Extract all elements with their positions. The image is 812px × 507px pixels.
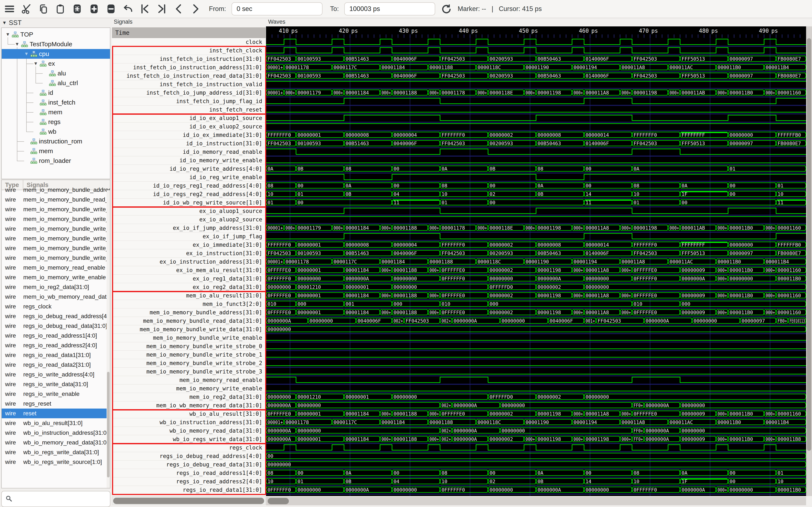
tree-item-inst_fetch[interactable]: inst_fetch: [2, 98, 110, 107]
signal-label-inst_fetch_io_instruction_address[31:0][interactable]: inst_fetch_io_instruction_address[31:0]: [112, 63, 266, 72]
tree-expander-icon[interactable]: ▼: [24, 51, 29, 57]
signal-label-id_io_ex_aluop2_source[interactable]: id_io_ex_aluop2_source: [112, 122, 266, 131]
wave-row-mem_io_memory_bundle_write_enable[interactable]: [266, 340, 806, 342]
wave-row-id_io_instruction[31:0][interactable]: FF0425030010059300B514630040006FFF042503…: [266, 140, 806, 148]
wave-row-ex_io_immediate[31:0][interactable]: FFFFFFF0000000010000000800000004FFFFFFF0…: [266, 242, 806, 249]
wire-row-regs_io_read_data2[31:0][interactable]: wire regs_io_read_data2[31:0]: [2, 360, 110, 370]
tree-item-regs[interactable]: regs: [2, 117, 110, 127]
wave-row-ex_io_reg2_data[31:0][interactable]: 000000000000121000000001000000000FFFFFD0…: [266, 284, 806, 291]
wire-row-wb_io_instruction_address[31:0][interactable]: wire wb_io_instruction_address[31:0]: [2, 428, 110, 438]
wire-list-scrollbar[interactable]: [107, 190, 110, 488]
wire-row-mem_io_memory_read_enable[interactable]: wire mem_io_memory_read_enable: [2, 263, 110, 273]
signal-label-inst_fetch_io_jump_address_id[31:0][interactable]: inst_fetch_io_jump_address_id[31:0]: [112, 89, 266, 97]
waves-vscrollbar-thumb[interactable]: [807, 38, 811, 451]
cut-icon[interactable]: [21, 3, 32, 14]
wave-row-inst_fetch_reset[interactable]: [266, 112, 806, 114]
wire-row-mem_io_memory_bundle_write_strobe_0[interactable]: wire mem_io_memory_bundle_write_strobe_0: [2, 224, 110, 234]
tree-item-alu[interactable]: alu: [2, 68, 110, 78]
signal-label-id_io_ex_immediate[31:0][interactable]: id_io_ex_immediate[31:0]: [112, 131, 266, 139]
time-header[interactable]: Time: [112, 27, 266, 38]
signal-label-ex_io_mem_alu_result[31:0][interactable]: ex_io_mem_alu_result[31:0]: [112, 266, 266, 275]
tree-item-TOP[interactable]: ▼ TOP: [2, 30, 110, 39]
sst-header[interactable]: ▼ SST: [0, 18, 112, 27]
signal-label-mem_io_funct3[2:0][interactable]: mem_io_funct3[2:0]: [112, 300, 266, 308]
signal-label-regs_io_read_address1[4:0][interactable]: regs_io_read_address1[4:0]: [112, 469, 266, 477]
wave-row-mem_io_alu_result[31:0][interactable]: 0FFFFFE00000000100001184000+00001188000+…: [266, 293, 806, 300]
wave-row-ex_io_instruction[31:0][interactable]: FF0425030010059300B514630040006FFF042503…: [266, 250, 806, 258]
signal-label-mem_io_memory_write_enable[interactable]: mem_io_memory_write_enable: [112, 385, 266, 393]
signal-label-regs_io_read_address2[4:0][interactable]: regs_io_read_address2[4:0]: [112, 477, 266, 486]
wire-row-wb_io_regs_write_data[31:0][interactable]: wire wb_io_regs_write_data[31:0]: [2, 447, 110, 457]
tree-item-cpu[interactable]: ▼ cpu: [2, 49, 110, 59]
undo-icon[interactable]: [122, 3, 134, 14]
wire-row-wb_io_regs_write_source[1:0][interactable]: wire wb_io_regs_write_source[1:0]: [2, 457, 110, 467]
reload-icon[interactable]: [441, 3, 452, 14]
wave-row-regs_io_debug_read_address[4:0][interactable]: 00: [266, 453, 806, 460]
signal-label-inst_fetch_reset[interactable]: inst_fetch_reset: [112, 106, 266, 114]
signal-label-regs_io_debug_read_address[4:0][interactable]: regs_io_debug_read_address[4:0]: [112, 452, 266, 460]
signal-label-id_io_wb_reg_write_source[1:0][interactable]: id_io_wb_reg_write_source[1:0]: [112, 199, 266, 207]
signal-label-inst_fetch_io_jump_flag_id[interactable]: inst_fetch_io_jump_flag_id: [112, 97, 266, 106]
tree-item-rom_loader[interactable]: rom_loader: [2, 156, 110, 166]
wire-row-regs_io_write_enable[interactable]: wire regs_io_write_enable: [2, 389, 110, 399]
tree-expander-icon[interactable]: ▼: [5, 32, 11, 37]
wave-row-inst_fetch_io_instruction_address[31:0][interactable]: 00001+000011780000117C000011840000118800…: [266, 64, 806, 72]
waves-hscrollbar-thumb[interactable]: [268, 498, 289, 504]
wave-row-wb_io_regs_write_data[31:0][interactable]: 0000000A0000000100001184000+00001188000+…: [266, 436, 806, 444]
wave-row-mem_io_memory_bundle_write_strobe_1[interactable]: [266, 357, 806, 359]
wave-row-mem_io_memory_write_enable[interactable]: [266, 391, 806, 393]
wave-row-inst_fetch_io_jump_address_id[31:0][interactable]: 00001+000+00001179000+00001184000+000011…: [266, 90, 806, 97]
menu-icon[interactable]: [4, 3, 15, 14]
tree-item-id[interactable]: id: [2, 88, 110, 98]
signal-label-wb_io_alu_result[31:0][interactable]: wb_io_alu_result[31:0]: [112, 410, 266, 418]
wave-row-regs_io_read_data1[31:0][interactable]: 0FFFFFF0000000000000000A000000000FFFFFF0…: [266, 487, 806, 494]
wave-row-mem_io_memory_bundle_write_strobe_3[interactable]: [266, 374, 806, 376]
signal-label-mem_io_memory_bundle_write_strobe_1[interactable]: mem_io_memory_bundle_write_strobe_1: [112, 351, 266, 359]
tree-item-ex[interactable]: ▼ ex: [2, 59, 110, 68]
signal-label-ex_io_if_jump_address[31:0][interactable]: ex_io_if_jump_address[31:0]: [112, 224, 266, 232]
wave-row-wb_io_instruction_address[31:0][interactable]: 00001+000011780000117C000011840000118800…: [266, 419, 806, 427]
signal-label-inst_fetch_io_instruction_read_data[31:0][interactable]: inst_fetch_io_instruction_read_data[31:0…: [112, 72, 266, 80]
signal-label-id_io_regs_reg2_read_address[4:0][interactable]: id_io_regs_reg2_read_address[4:0]: [112, 190, 266, 199]
wire-row-mem_io_memory_bundle_write_strobe_1[interactable]: wire mem_io_memory_bundle_write_strobe_1: [2, 234, 110, 243]
wave-row-inst_fetch_clock[interactable]: [266, 48, 806, 55]
signal-label-mem_io_memory_bundle_write_data[31:0][interactable]: mem_io_memory_bundle_write_data[31:0]: [112, 325, 266, 334]
signal-label-inst_fetch_io_instruction[31:0][interactable]: inst_fetch_io_instruction[31:0]: [112, 55, 266, 63]
signal-label-regs_clock[interactable]: regs_clock: [112, 444, 266, 452]
wire-row-regs_reset[interactable]: wire regs_reset: [2, 399, 110, 408]
wave-row-regs_io_read_address2[4:0][interactable]: 10010B0410020B14101F0010: [266, 478, 806, 486]
wave-row-mem_io_memory_bundle_write_strobe_2[interactable]: [266, 366, 806, 368]
wave-row-clock[interactable]: [266, 39, 806, 47]
wire-row-regs_io_read_address2[4:0][interactable]: wire regs_io_read_address2[4:0]: [2, 341, 110, 350]
tree-item-mem[interactable]: mem: [2, 107, 110, 117]
wave-row-ex_io_mem_alu_result[31:0][interactable]: 0FFFFFE00000000100001184000+00001188000+…: [266, 267, 806, 275]
signal-label-mem_io_memory_bundle_write_strobe_2[interactable]: mem_io_memory_bundle_write_strobe_2: [112, 359, 266, 368]
wave-row-id_io_memory_read_enable[interactable]: [266, 149, 806, 156]
wave-row-inst_fetch_io_instruction_read_data[31:0][interactable]: FF0425030010059300B514630040006FFF042503…: [266, 73, 806, 80]
signal-label-regs_io_read_data1[31:0][interactable]: regs_io_read_data1[31:0]: [112, 486, 266, 494]
skip-start-icon[interactable]: [139, 3, 151, 14]
wire-row-regs_clock[interactable]: wire regs_clock: [2, 302, 110, 312]
wave-row-id_io_regs_reg1_read_address[4:0][interactable]: 08000A0008000A00080A0001: [266, 183, 806, 190]
wave-row-ex_io_if_jump_address[31:0][interactable]: 00001+000+00001179000+00001184000+000011…: [266, 225, 806, 232]
wire-row-regs_io_debug_read_address[4:0][interactable]: wire regs_io_debug_read_address[4:0]: [2, 312, 110, 321]
wave-row-ex_io_instruction_address[31:0][interactable]: 00001+000011780000117C000011840000118800…: [266, 259, 806, 266]
signal-label-ex_io_aluop2_source[interactable]: ex_io_aluop2_source: [112, 216, 266, 224]
tree-item-mem[interactable]: mem: [2, 146, 110, 156]
wire-row-mem_io_memory_bundle_write_strobe_3[interactable]: wire mem_io_memory_bundle_write_strobe_3: [2, 253, 110, 263]
wave-row-id_io_ex_immediate[31:0][interactable]: FFFFFFF0000000010000000800000004FFFFFFF0…: [266, 132, 806, 139]
signal-label-mem_io_wb_memory_read_data[31:0][interactable]: mem_io_wb_memory_read_data[31:0]: [112, 401, 266, 410]
wave-row-wb_io_memory_read_data[31:0][interactable]: 0000000A00000000002+0000000A00000000FF0+…: [266, 428, 806, 435]
wave-row-id_io_ex_aluop2_source[interactable]: [266, 124, 806, 131]
paste-icon[interactable]: [55, 3, 66, 14]
wave-row-ex_io_if_jump_flag[interactable]: [266, 233, 806, 241]
waveform-canvas[interactable]: 410ps420ps430ps440ps450ps460ps470ps480ps…: [266, 26, 806, 496]
to-input[interactable]: [344, 2, 435, 15]
signal-label-clock[interactable]: clock: [112, 38, 266, 47]
skip-end-icon[interactable]: [156, 3, 167, 14]
signal-label-mem_io_memory_bundle_read_data[31:0][interactable]: mem_io_memory_bundle_read_data[31:0]: [112, 317, 266, 325]
wire-row-mem_io_memory_bundle_write_data[31:0][interactable]: wire mem_io_memory_bundle_write_data[31:…: [2, 205, 110, 214]
signal-label-wb_io_instruction_address[31:0][interactable]: wb_io_instruction_address[31:0]: [112, 418, 266, 427]
signal-label-wb_io_regs_write_data[31:0][interactable]: wb_io_regs_write_data[31:0]: [112, 435, 266, 444]
signal-label-ex_io_if_jump_flag[interactable]: ex_io_if_jump_flag: [112, 232, 266, 241]
